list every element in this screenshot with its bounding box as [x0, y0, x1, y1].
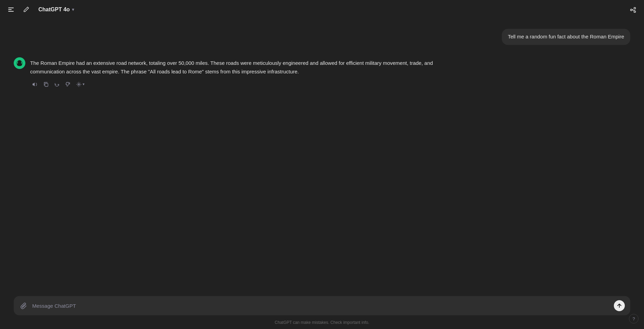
user-bubble: Tell me a random fun fact about the Roma…	[502, 29, 630, 45]
model-selector-button[interactable]: ChatGPT 4o ▾	[36, 5, 77, 14]
sparkle-icon	[76, 82, 82, 87]
svg-rect-5	[69, 82, 70, 84]
share-icon	[630, 6, 636, 13]
new-chat-button[interactable]	[21, 4, 32, 15]
edit-icon	[23, 6, 29, 13]
copy-button[interactable]	[41, 80, 51, 89]
input-box	[14, 296, 630, 315]
svg-rect-4	[45, 83, 48, 86]
thumbs-down-icon	[65, 82, 71, 87]
user-message-container: Tell me a random fun fact about the Roma…	[0, 26, 644, 48]
assistant-message-container: The Roman Empire had an extensive road n…	[0, 55, 644, 91]
more-chevron-icon: ▾	[83, 82, 85, 86]
chevron-down-icon: ▾	[72, 7, 74, 12]
disclaimer-text: ChatGPT can make mistakes. Check importa…	[275, 320, 369, 325]
help-label: ?	[632, 316, 635, 321]
footer-disclaimer: ChatGPT can make mistakes. Check importa…	[0, 318, 644, 329]
sidebar-toggle-button[interactable]	[5, 4, 16, 15]
model-name-label: ChatGPT 4o	[38, 7, 70, 13]
share-button[interactable]	[628, 4, 639, 15]
input-container	[0, 292, 644, 318]
user-message-text: Tell me a random fun fact about the Roma…	[508, 34, 624, 39]
speaker-icon	[32, 82, 38, 87]
svg-rect-1	[8, 9, 12, 10]
svg-rect-0	[8, 8, 14, 8]
chat-area: Tell me a random fun fact about the Roma…	[0, 19, 644, 292]
more-options-button[interactable]: ▾	[74, 80, 87, 89]
attach-button[interactable]	[19, 301, 29, 310]
sidebar-icon	[8, 6, 14, 13]
assistant-content: The Roman Empire had an extensive road n…	[30, 57, 441, 89]
header-left: ChatGPT 4o ▾	[5, 4, 77, 15]
header: ChatGPT 4o ▾	[0, 0, 644, 19]
send-icon	[617, 303, 622, 308]
assistant-avatar	[14, 57, 25, 69]
chatgpt-logo-icon	[16, 60, 23, 67]
svg-rect-2	[8, 11, 14, 12]
regenerate-button[interactable]	[52, 80, 62, 89]
message-input[interactable]	[32, 302, 610, 310]
message-actions: ▾	[30, 80, 441, 89]
attach-icon	[21, 302, 27, 309]
thumbs-down-button[interactable]	[63, 80, 73, 89]
copy-icon	[43, 82, 49, 87]
listen-button[interactable]	[30, 80, 40, 89]
regenerate-icon	[54, 82, 60, 87]
help-button[interactable]: ?	[629, 314, 639, 324]
send-button[interactable]	[614, 300, 625, 311]
header-right	[628, 4, 639, 15]
assistant-message-text: The Roman Empire had an extensive road n…	[30, 57, 441, 76]
